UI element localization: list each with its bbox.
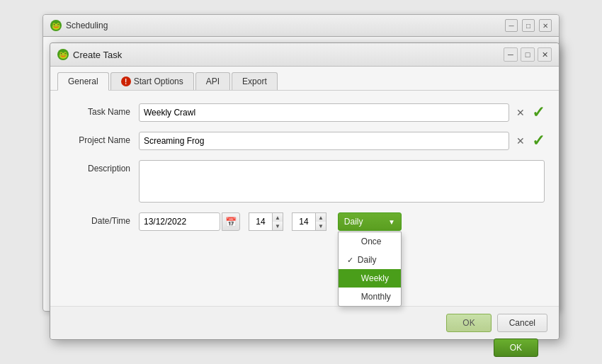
dropdown-item-monthly[interactable]: Monthly [339,288,401,306]
daily-check-icon: ✓ [347,256,353,265]
tab-general-label: General [68,76,98,86]
project-name-control-wrap: ✕ ✓ [139,132,545,150]
dropdown-item-weekly[interactable]: Weekly [339,269,401,288]
dialog-titlebar-left: 🐸 Create Task [57,49,122,60]
scheduling-titlebar: 🐸 Scheduling ─ □ ✕ [43,15,559,37]
dialog-footer: OK Cancel [50,306,559,339]
scheduling-frog-icon: 🐸 [50,20,62,31]
monthly-label: Monthly [361,292,391,302]
project-name-clear-button[interactable]: ✕ [513,134,528,148]
task-name-label: Task Name [64,103,139,117]
minute-decrement-button[interactable]: ▼ [316,222,326,230]
project-name-label: Project Name [64,132,139,145]
project-name-row: Project Name ✕ ✓ [64,132,545,150]
minute-spin-buttons: ▲ ▼ [316,212,326,231]
frequency-dropdown-wrap: Daily ▼ Once ✓ Daily [338,212,402,231]
date-input[interactable] [139,212,220,231]
tab-start-options-label: Start Options [134,76,183,86]
tab-export-label: Export [242,76,267,86]
minute-input[interactable] [292,212,316,231]
task-name-clear-button[interactable]: ✕ [513,106,528,120]
scheduling-close-button[interactable]: ✕ [539,19,552,32]
dialog-frog-icon: 🐸 [57,49,69,60]
description-control-wrap [139,160,545,203]
description-row: Description [64,160,545,203]
calendar-button[interactable]: 📅 [222,212,240,231]
task-name-valid-icon: ✓ [532,103,545,122]
dropdown-item-daily[interactable]: ✓ Daily [339,251,401,269]
frequency-selected-label: Daily [344,217,363,227]
task-name-control-wrap: ✕ ✓ [139,103,545,122]
tab-general[interactable]: General [57,72,109,91]
dialog-close-button[interactable]: ✕ [538,47,552,62]
daily-label: Daily [358,255,377,265]
once-label: Once [361,237,382,246]
dropdown-arrow-icon: ▼ [388,218,395,226]
weekly-label: Weekly [361,273,389,283]
dialog-tabs: General ! Start Options API Export [50,67,559,91]
project-name-valid-icon: ✓ [532,132,545,150]
minute-increment-button[interactable]: ▲ [316,213,326,222]
hour-spinner: ▲ ▼ [249,212,283,231]
tab-start-options[interactable]: ! Start Options [110,72,194,90]
datetime-control-wrap: 📅 ▲ ▼ ▲ ▼ [139,212,545,231]
description-textarea[interactable] [139,160,545,203]
tab-api-label: API [206,76,220,86]
tab-api[interactable]: API [195,72,230,90]
start-options-warning-icon: ! [121,76,131,86]
frequency-dropdown-button[interactable]: Daily ▼ [338,212,402,231]
scheduling-title: Scheduling [66,21,108,30]
project-name-input[interactable] [139,132,509,150]
dropdown-item-once[interactable]: Once [339,232,401,251]
scheduling-minimize-button[interactable]: ─ [505,19,518,32]
scheduling-window-controls: ─ □ ✕ [505,19,552,32]
dialog-maximize-button[interactable]: □ [521,47,535,62]
dialog-window-controls: ─ □ ✕ [504,47,552,62]
hour-increment-button[interactable]: ▲ [273,213,283,222]
bottom-ok-button[interactable]: OK [494,339,538,357]
minute-spinner: ▲ ▼ [292,212,326,231]
create-task-dialog: 🐸 Create Task ─ □ ✕ General ! Start Opti… [50,42,560,340]
task-name-row: Task Name ✕ ✓ [64,103,545,122]
hour-spin-buttons: ▲ ▼ [273,212,283,231]
task-name-input[interactable] [139,103,509,122]
ok-button[interactable]: OK [446,314,491,332]
scheduling-maximize-button[interactable]: □ [522,19,535,32]
dialog-titlebar: 🐸 Create Task ─ □ ✕ [50,43,559,67]
dialog-body: Task Name ✕ ✓ Project Name ✕ ✓ Descripti… [50,91,559,254]
scheduling-titlebar-left: 🐸 Scheduling [50,20,108,31]
hour-decrement-button[interactable]: ▼ [273,222,283,230]
datetime-label: Date/Time [64,212,139,226]
dialog-minimize-button[interactable]: ─ [504,47,518,62]
datetime-row: Date/Time 📅 ▲ ▼ ▲ ▼ [64,212,545,231]
dialog-title: Create Task [73,50,122,60]
description-label: Description [64,160,139,174]
hour-input[interactable] [249,212,273,231]
tab-export[interactable]: Export [232,72,278,90]
frequency-dropdown-menu: Once ✓ Daily Weekly Monthly [338,232,402,307]
cancel-button[interactable]: Cancel [497,314,547,332]
